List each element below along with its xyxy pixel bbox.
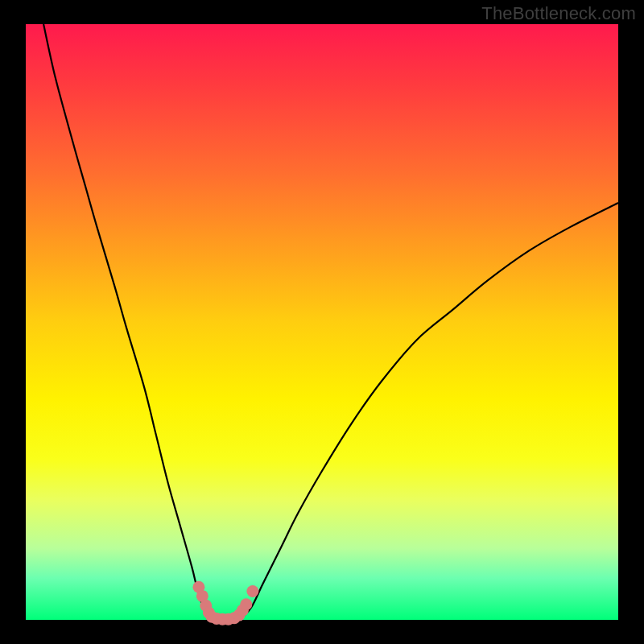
watermark-text: TheBottleneck.com	[481, 3, 636, 24]
marker-dot	[240, 598, 252, 610]
curve-left-curve	[43, 24, 215, 620]
chart-frame: TheBottleneck.com	[0, 0, 644, 644]
chart-svg	[0, 0, 644, 644]
curve-right-curve	[239, 203, 618, 620]
marker-dot	[246, 585, 258, 597]
